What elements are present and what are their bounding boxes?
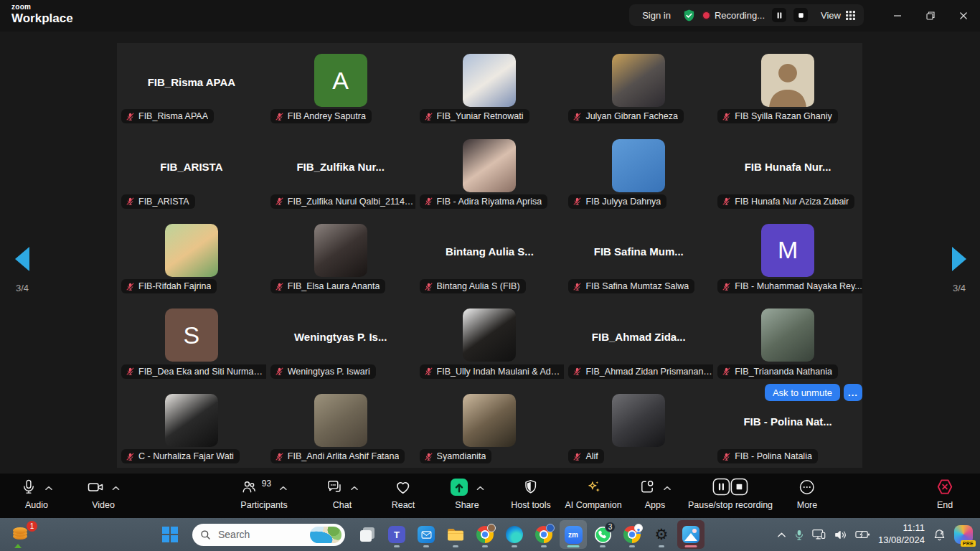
participant-tile[interactable]: FIB-Rifdah Fajrina	[117, 213, 266, 298]
file-explorer-taskbar-button[interactable]	[442, 520, 469, 549]
participant-tile[interactable]: FIB_Yuniar Retnowati	[415, 43, 565, 128]
participant-tile[interactable]: FIB_Ahmad Zida...FIB_Ahmad Zidan Prisman…	[564, 298, 713, 382]
chat-button[interactable]: Chat	[326, 479, 359, 510]
chevron-up-icon[interactable]	[664, 486, 672, 491]
participant-tile[interactable]: SFIB_Dea Eka and Siti Nurmasyi...	[117, 298, 266, 382]
settings-gear-taskbar-button[interactable]: ⚙	[648, 520, 675, 549]
participant-tile[interactable]: FIB_Zulfika Nur...FIB_Zulfika Nurul Qalb…	[266, 128, 415, 212]
participant-tile[interactable]: FIB Syilla Razan Ghaniy	[713, 43, 862, 128]
more-button[interactable]: More	[797, 479, 817, 510]
participant-name: Alif	[585, 451, 598, 461]
chevron-up-icon[interactable]	[476, 486, 484, 491]
participant-tile[interactable]: FIB Safina Mum...FIB Safina Mumtaz Salwa	[564, 213, 713, 298]
participant-tile[interactable]: FIB Hunafa Nur...FIB Hunafa Nur Aziza Zu…	[713, 128, 862, 212]
minimize-button[interactable]	[881, 0, 914, 32]
tray-display-icon[interactable]	[812, 529, 826, 540]
chrome-profile-taskbar-button[interactable]	[471, 520, 499, 549]
zoom-app-taskbar-button[interactable]: zm	[560, 520, 587, 549]
view-button[interactable]: View	[821, 10, 855, 21]
participant-tile[interactable]: Julyan Gibran Facheza	[564, 43, 713, 128]
ask-to-unmute-button[interactable]: Ask to unmute	[765, 384, 840, 401]
running-indicator	[453, 545, 458, 547]
participant-display-name: Bintang Aulia S...	[446, 245, 534, 258]
participant-tile[interactable]: FIB - Adira Riyatma Aprisa	[415, 128, 565, 212]
taskbar-search[interactable]	[192, 524, 345, 546]
search-highlight-image[interactable]	[310, 527, 341, 543]
avatar-letter: M	[761, 224, 814, 277]
participant-tile[interactable]: Alif	[564, 383, 713, 468]
host-tools-button[interactable]: Host tools	[511, 479, 551, 510]
participant-nameplate: FIB Julyya Dahnya	[568, 194, 666, 209]
participant-tile[interactable]: Bintang Aulia S...Bintang Aulia S (FIB)	[415, 213, 565, 298]
mic-off-icon	[573, 367, 582, 376]
participant-tile[interactable]: Weningtyas P. Is...Weningtyas P. Iswari	[266, 298, 415, 382]
photos-taskbar-button[interactable]	[677, 520, 705, 549]
participant-tile[interactable]: Syamdianita	[415, 383, 565, 468]
tray-microphone-icon[interactable]	[794, 529, 804, 541]
edge-taskbar-button[interactable]	[501, 520, 528, 549]
avatar-photo	[314, 394, 367, 447]
ai-companion-button[interactable]: AI Companion	[565, 479, 621, 510]
next-page-button[interactable]	[952, 247, 966, 271]
react-label: React	[392, 500, 415, 510]
pause-recording-button[interactable]	[772, 8, 786, 22]
mail-taskbar-button[interactable]	[413, 520, 440, 549]
stop-recording-button[interactable]	[793, 8, 808, 22]
taskbar-notification-icon[interactable]: 1	[13, 523, 34, 546]
participants-button[interactable]: 93Participants	[240, 479, 287, 510]
chrome-meet-taskbar-button[interactable]	[530, 520, 557, 549]
teams-taskbar-button[interactable]: T	[383, 520, 410, 549]
participant-tile[interactable]: FIB_Risma APAAFIB_Risma APAA	[117, 43, 266, 128]
participant-tile[interactable]: FIB_Elsa Laura Ananta	[266, 213, 415, 298]
chrome-account-taskbar-button[interactable]	[618, 520, 646, 549]
avatar-photo	[612, 139, 665, 192]
zoom-workplace-window: zoom Workplace Sign in Recording... View	[0, 0, 980, 551]
taskbar-clock[interactable]: 11:11 13/08/2024	[878, 522, 925, 547]
window-titlebar: zoom Workplace Sign in Recording... View	[0, 0, 980, 32]
participant-tile[interactable]: C - Nurhaliza Fajar Wati	[117, 383, 266, 468]
participant-tile[interactable]: FIB_Triananda Nathania	[713, 298, 862, 382]
participant-tile[interactable]: MFIB - Muhammad Nayaka Rey...	[713, 213, 862, 298]
chevron-up-icon[interactable]	[112, 486, 120, 491]
chevron-up-icon[interactable]	[351, 486, 359, 491]
copilot-icon[interactable]: PRE	[954, 525, 973, 544]
security-shield-icon[interactable]	[682, 9, 696, 22]
notification-bell-icon[interactable]	[933, 528, 946, 542]
mail-icon	[418, 526, 435, 543]
tray-volume-icon[interactable]	[834, 529, 847, 540]
participant-tile[interactable]: AFIB Andrey Saputra	[266, 43, 415, 128]
video-label: Video	[92, 500, 115, 510]
chevron-up-icon[interactable]	[45, 486, 53, 491]
restore-button[interactable]	[914, 0, 947, 32]
ask-more-options-button[interactable]: ...	[844, 384, 862, 401]
participant-tile[interactable]: FIB_ARISTAFIB_ARISTA	[117, 128, 266, 212]
participant-tile[interactable]: FIB Julyya Dahnya	[564, 128, 713, 212]
share-button[interactable]: Share	[450, 479, 484, 510]
video-button[interactable]: Video	[87, 479, 120, 510]
copilot-pre-badge: PRE	[961, 540, 976, 547]
close-button[interactable]	[947, 0, 980, 32]
zoom-workplace-logo: zoom Workplace	[11, 4, 73, 24]
chevron-up-icon[interactable]	[279, 486, 287, 491]
sign-in-button[interactable]: Sign in	[638, 10, 675, 21]
participant-tile[interactable]: FIB_Andi Arlita Ashif Fatana	[266, 383, 415, 468]
mic-off-icon	[126, 452, 135, 461]
apps-button[interactable]: Apps	[639, 479, 672, 510]
tray-chevron-up-icon[interactable]	[777, 532, 786, 538]
whatsapp-taskbar-button[interactable]: 3	[589, 520, 616, 549]
pause-stop-recording-button[interactable]: Pause/stop recording	[688, 479, 773, 510]
mic-off-icon	[722, 452, 731, 461]
end-button[interactable]: End	[936, 479, 954, 510]
participant-nameplate: FIB_Yuniar Retnowati	[420, 109, 529, 123]
participant-tile[interactable]: FIB_Ully Indah Maulani & Adel...	[415, 298, 565, 382]
previous-page-button[interactable]	[15, 247, 29, 271]
audio-button[interactable]: Audio	[21, 479, 53, 510]
avatar-photo	[165, 394, 218, 447]
react-button[interactable]: React	[392, 479, 415, 510]
search-input[interactable]	[217, 528, 298, 541]
task-view-taskbar-button[interactable]	[354, 520, 381, 549]
participant-display-name: FIB - Polina Nat...	[743, 415, 831, 428]
start-button[interactable]	[156, 520, 184, 549]
tray-battery-icon[interactable]	[855, 529, 870, 540]
notification-count-badge: 1	[27, 521, 37, 532]
